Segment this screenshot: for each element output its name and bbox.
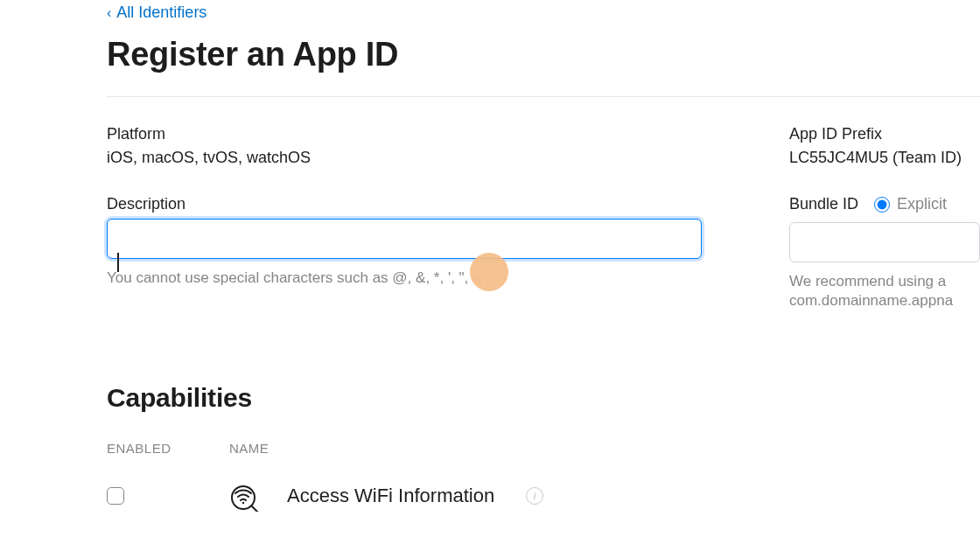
capability-name: Access WiFi Information [287, 485, 494, 507]
capability-row: Access WiFi Information i [107, 480, 980, 512]
description-label: Description [107, 195, 702, 213]
platform-label: Platform [107, 125, 702, 143]
capabilities-header-name: NAME [229, 441, 269, 456]
bundle-id-explicit-label: Explicit [897, 195, 947, 213]
capabilities-title: Capabilities [107, 383, 980, 413]
bundle-id-label: Bundle ID [789, 195, 858, 213]
bundle-id-help-text-2: com.domainname.appna [789, 292, 980, 310]
divider [107, 96, 980, 97]
wifi-search-icon [229, 480, 261, 512]
chevron-left-icon: ‹ [107, 5, 111, 21]
back-link-label: All Identifiers [116, 3, 206, 22]
platform-value: iOS, macOS, tvOS, watchOS [107, 149, 702, 167]
app-id-prefix-label: App ID Prefix [789, 125, 980, 143]
capabilities-header-enabled: ENABLED [107, 441, 187, 456]
description-input[interactable] [107, 219, 702, 259]
svg-point-0 [242, 502, 244, 504]
app-id-prefix-value: LC55JC4MU5 (Team ID) [789, 149, 980, 167]
svg-line-2 [252, 506, 258, 512]
page-title: Register an App ID [107, 36, 980, 73]
description-help-text: You cannot use special characters such a… [107, 269, 702, 287]
bundle-id-explicit-radio[interactable] [874, 197, 890, 213]
info-icon[interactable]: i [526, 487, 543, 505]
bundle-id-help-text-1: We recommend using a [789, 273, 980, 290]
capability-enabled-checkbox[interactable] [107, 487, 124, 505]
bundle-id-input[interactable] [789, 222, 980, 262]
back-all-identifiers-link[interactable]: ‹ All Identifiers [107, 3, 206, 22]
